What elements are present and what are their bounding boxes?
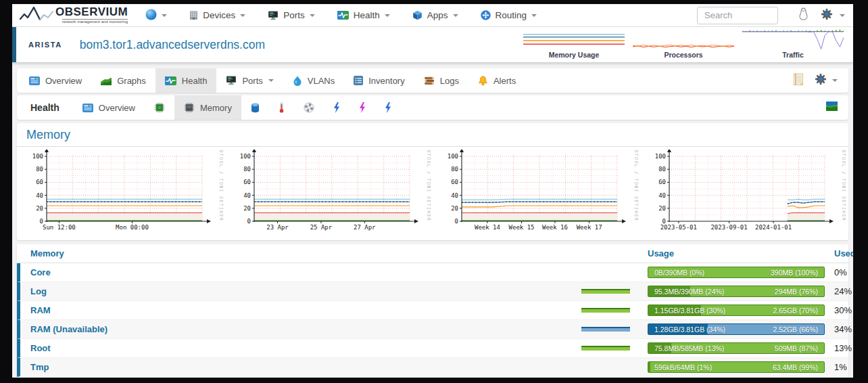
gear-icon[interactable]	[815, 73, 827, 88]
device-tab-graphs[interactable]: Graphs	[91, 68, 155, 93]
sparkline-cell	[580, 327, 648, 332]
mempool-name[interactable]: RAM (Unavailable)	[20, 324, 580, 334]
usage-sparkline[interactable]	[581, 346, 630, 351]
memory-graph-3[interactable]: 020406080100Week 14Week 15Week 16Week 17…	[433, 150, 641, 238]
device-minigraph-traffic[interactable]: Traffic	[741, 29, 845, 59]
penguin-icon[interactable]	[798, 7, 809, 23]
used-percent: 1%	[829, 362, 848, 372]
col-header-usage: Usage	[648, 248, 829, 258]
chevron-down-icon	[531, 14, 537, 17]
svg-text:RRDTOOL / TOBI OETIKER: RRDTOOL / TOBI OETIKER	[633, 150, 639, 221]
notepad-icon[interactable]	[793, 73, 804, 89]
memory-panel: Memory 020406080100Sun 12:00Mon 00:00RRD…	[17, 123, 848, 240]
mempool-name[interactable]: Tmp	[20, 362, 580, 372]
tab-label: VLANs	[308, 76, 335, 86]
overview-icon	[82, 104, 93, 112]
health-tab-thermometer[interactable]	[269, 95, 294, 120]
monitor-icon	[268, 11, 279, 20]
gear-icon[interactable]	[821, 8, 833, 23]
usage-bar[interactable]: 1.15GB/3.81GB (30%)2.65GB (70%)	[648, 305, 825, 316]
svg-text:40: 40	[451, 192, 458, 199]
usage-bar[interactable]: 596kB/64MB (1%)63.4MB (99%)	[648, 361, 825, 373]
droplet-icon	[293, 76, 302, 86]
svg-text:RRDTOOL / TOBI OETIKER: RRDTOOL / TOBI OETIKER	[426, 150, 431, 221]
svg-text:100: 100	[240, 153, 251, 160]
overview-icon	[29, 76, 40, 85]
svg-text:80: 80	[658, 166, 666, 173]
nav-menu-devices[interactable]: Devices	[189, 10, 245, 20]
health-tab-bolt-magenta[interactable]	[349, 95, 375, 120]
health-tab-cpu[interactable]	[145, 95, 174, 120]
usage-free-label: 390MB (100%)	[771, 267, 818, 278]
usage-sparkline[interactable]	[581, 289, 630, 294]
usage-sparkline[interactable]	[581, 308, 630, 313]
usage-free-label: 63.4MB (99%)	[773, 362, 818, 373]
health-tab-bolt-blue2[interactable]	[375, 95, 401, 120]
building-icon	[189, 10, 198, 20]
sparkline-cell	[580, 308, 648, 313]
mempool-name[interactable]: Root	[20, 343, 580, 353]
nav-menu-routing[interactable]: Routing	[481, 10, 537, 20]
device-tabbar-right	[793, 68, 846, 93]
search-input[interactable]	[697, 7, 778, 24]
device-tab-vlans[interactable]: VLANs	[283, 68, 344, 93]
area-graph-icon[interactable]	[826, 102, 838, 114]
nav-menu-health[interactable]: Health	[337, 10, 390, 20]
memory-graph-1[interactable]: 020406080100Sun 12:00Mon 00:00RRDTOOL / …	[18, 150, 226, 238]
mempool-name[interactable]: Log	[20, 286, 580, 296]
fan-icon	[304, 102, 314, 113]
memory-table: Memory Usage Used Core0B/390MB (0%)390MB…	[17, 244, 848, 378]
memory-graph-4[interactable]: 0204060801002023-05-012023-09-012024-01-…	[641, 150, 848, 238]
memory-graph-2[interactable]: 02040608010023 Apr25 Apr27 AprRRDTOOL / …	[226, 150, 433, 238]
tab-label: Alerts	[493, 76, 516, 86]
usage-bar[interactable]: 75.8MB/585MB (13%)509MB (87%)	[648, 342, 825, 354]
health-tab-storage[interactable]	[241, 95, 269, 120]
usage-cell: 1.28GB/3.81GB (34%)2.52GB (66%)	[648, 323, 829, 335]
health-icon	[337, 11, 349, 20]
mempool-name[interactable]: RAM	[20, 305, 580, 315]
health-tab-overview[interactable]: Overview	[73, 95, 145, 120]
mempool-name[interactable]: Core	[20, 267, 580, 277]
device-tab-inventory[interactable]: Inventory	[344, 68, 414, 93]
memory-row-root: Root75.8MB/585MB (13%)509MB (87%)13%	[17, 339, 848, 358]
device-tab-logs[interactable]: Logs	[414, 68, 468, 93]
device-tab-health[interactable]: Health	[155, 68, 217, 93]
nav-menu-apps[interactable]: Apps	[412, 10, 458, 20]
svg-text:20: 20	[36, 205, 43, 212]
health-tabbar: Health OverviewMemory	[17, 95, 848, 120]
memory-table-body: Core0B/390MB (0%)390MB (100%)0%Log95.3MB…	[17, 263, 848, 377]
nav-menu-label: Health	[354, 10, 380, 20]
memory-graphs-row: 020406080100Sun 12:00Mon 00:00RRDTOOL / …	[17, 147, 848, 240]
health-tab-memory[interactable]: Memory	[174, 95, 241, 120]
nav-menu-ports[interactable]: Ports	[268, 10, 315, 20]
tab-label: Memory	[200, 103, 232, 113]
chevron-down-icon	[268, 79, 274, 82]
usage-bar[interactable]: 95.3MB/390MB (24%)294MB (76%)	[648, 286, 825, 297]
device-minigraph-memory-usage[interactable]: Memory Usage	[522, 29, 626, 59]
device-tabbar: OverviewGraphsHealthPortsVLANsInventoryL…	[17, 68, 848, 93]
device-tab-alerts[interactable]: Alerts	[468, 68, 525, 93]
usage-used-label: 596kB/64MB (1%)	[654, 362, 712, 373]
used-percent: 24%	[829, 286, 852, 296]
device-tab-ports[interactable]: Ports	[216, 68, 283, 93]
svg-text:2023-05-01: 2023-05-01	[660, 224, 697, 231]
tab-label: Overview	[45, 76, 82, 86]
device-hostname[interactable]: bom3.tor1.advancedserverdns.com	[80, 38, 265, 52]
nav-menu-label: Devices	[203, 10, 235, 20]
nav-menu-global[interactable]	[145, 9, 167, 22]
usage-bar[interactable]: 0B/390MB (0%)390MB (100%)	[648, 267, 825, 278]
memory-row-core: Core0B/390MB (0%)390MB (100%)0%	[17, 263, 848, 282]
usage-cell: 1.15GB/3.81GB (30%)2.65GB (70%)	[648, 305, 829, 316]
usage-bar[interactable]: 1.28GB/3.81GB (34%)2.52GB (66%)	[648, 323, 825, 335]
svg-text:Week 15: Week 15	[509, 224, 535, 231]
device-minigraph-processors[interactable]: Processors	[631, 29, 736, 59]
sparkline-fill	[581, 328, 630, 332]
device-tab-overview[interactable]: Overview	[20, 68, 91, 93]
observium-brand[interactable]: OBSERVIUM network management and monitor…	[19, 5, 128, 26]
minigraph-label: Memory Usage	[549, 51, 600, 59]
usage-sparkline[interactable]	[581, 327, 630, 332]
health-tab-bolt-blue[interactable]	[324, 95, 349, 120]
health-tab-fan[interactable]	[294, 95, 324, 120]
chevron-down-icon[interactable]	[840, 14, 845, 17]
chevron-down-icon[interactable]	[832, 79, 838, 82]
